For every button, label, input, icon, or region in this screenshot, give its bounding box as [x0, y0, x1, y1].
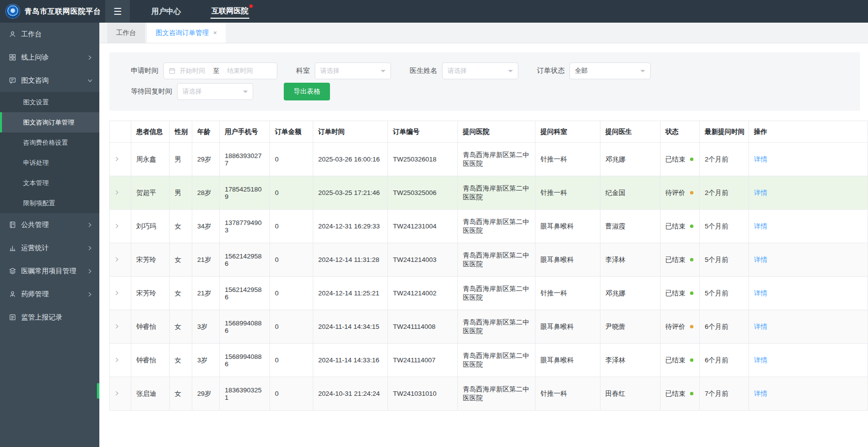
- detail-link[interactable]: 详情: [754, 289, 767, 297]
- order-status-value: 全部: [575, 66, 588, 75]
- sidebar-subitem-5[interactable]: 限制项配置: [0, 193, 99, 213]
- table-row: 钟睿怡女3岁1568994088602024-11-14 14:34:15TW2…: [110, 310, 868, 344]
- expand-cell: [110, 243, 131, 277]
- sidebar-item-4[interactable]: 运营统计: [0, 236, 99, 259]
- status-text: 已结束: [665, 356, 686, 364]
- detail-link[interactable]: 详情: [754, 189, 767, 196]
- expand-row-icon[interactable]: [115, 157, 120, 161]
- chevron-down-icon: [243, 91, 248, 96]
- column-header-2: 性别: [170, 121, 192, 143]
- chevron-right-icon: [88, 55, 92, 60]
- sidebar-item-1[interactable]: 线上问诊: [0, 46, 99, 69]
- cell-status: 待评价: [660, 176, 700, 210]
- status-dot-icon: [690, 325, 693, 328]
- cell-latest: 7个月前: [700, 377, 749, 411]
- table-row: 贺超平男28岁1785425180902025-03-25 17:21:46TW…: [110, 176, 868, 210]
- status-text: 已结束: [665, 289, 686, 297]
- sidebar-item-3[interactable]: 公共管理: [0, 213, 99, 236]
- sidebar-subitem-3[interactable]: 申诉处理: [0, 153, 99, 173]
- cell-doctor: 李泽林: [600, 243, 660, 277]
- expand-row-icon[interactable]: [115, 224, 120, 228]
- cell-order_no: TW241214002: [388, 277, 458, 310]
- layers-icon: [9, 267, 16, 275]
- export-button[interactable]: 导出表格: [284, 83, 330, 100]
- cell-order_time: 2024-12-14 11:25:21: [313, 277, 388, 310]
- expand-row-icon[interactable]: [115, 391, 120, 396]
- chevron-right-icon: [88, 223, 92, 227]
- column-header-11: 状态: [660, 121, 700, 143]
- detail-link[interactable]: 详情: [754, 223, 767, 230]
- cell-amount: 0: [270, 176, 313, 210]
- cell-hospital: 青岛西海岸新区第二中医医院: [458, 310, 536, 344]
- sidebar-subitem-0[interactable]: 图文设置: [0, 92, 99, 112]
- expand-row-icon[interactable]: [115, 190, 120, 195]
- sidebar-item-2[interactable]: 图文咨询: [0, 69, 99, 92]
- cell-action: 详情: [749, 277, 868, 310]
- wait-reply-select[interactable]: 请选择: [177, 83, 253, 100]
- expand-row-icon[interactable]: [115, 290, 120, 295]
- cell-order_no: TW241114008: [388, 310, 458, 344]
- expand-cell: [110, 310, 131, 344]
- cell-order_time: 2024-12-14 11:31:28: [313, 243, 388, 277]
- sidebar-subitem-4[interactable]: 文本管理: [0, 173, 99, 193]
- cell-latest: 5个月前: [700, 243, 749, 277]
- cell-action: 详情: [749, 377, 868, 411]
- expand-row-icon[interactable]: [115, 324, 120, 329]
- department-select[interactable]: 请选择: [315, 63, 391, 79]
- status-text: 已结束: [665, 156, 686, 163]
- cell-dept: 针推一科: [536, 143, 600, 176]
- order-status-select[interactable]: 全部: [569, 63, 651, 79]
- cell-age: 3岁: [192, 344, 220, 377]
- sidebar-item-5[interactable]: 医嘱常用项目管理: [0, 259, 99, 283]
- status-dot-icon: [690, 224, 693, 228]
- column-header-8: 提问医院: [458, 121, 536, 143]
- chevron-right-icon: [88, 292, 92, 297]
- apply-time-range-input[interactable]: 开始时间 至 结束时间: [163, 63, 277, 79]
- cell-order_time: 2025-03-25 17:21:46: [313, 176, 388, 210]
- cell-order_time: 2025-03-26 16:00:16: [313, 143, 388, 176]
- top-nav-item-1[interactable]: 互联网医院: [210, 0, 249, 23]
- table-row: 钟睿怡女3岁1568994088602024-11-14 14:33:16TW2…: [110, 344, 868, 377]
- cell-hospital: 青岛西海岸新区第二中医医院: [458, 243, 536, 277]
- expand-cell: [110, 176, 131, 210]
- top-nav-item-0[interactable]: 用户中心: [150, 0, 182, 23]
- cell-hospital: 青岛西海岸新区第二中医医院: [458, 344, 536, 377]
- detail-link[interactable]: 详情: [754, 256, 767, 263]
- column-header-5: 订单金额: [270, 121, 313, 143]
- sidebar-subitem-2[interactable]: 咨询费价格设置: [0, 132, 99, 153]
- detail-link[interactable]: 详情: [754, 356, 767, 364]
- doctor-name-select[interactable]: 请选择: [442, 63, 518, 79]
- detail-link[interactable]: 详情: [754, 390, 767, 397]
- cell-amount: 0: [270, 243, 313, 277]
- tab-0[interactable]: 工作台: [107, 23, 145, 43]
- cell-order_no: TW241031010: [388, 377, 458, 411]
- notification-dot-icon: [249, 4, 253, 8]
- top-nav-label: 用户中心: [150, 5, 182, 18]
- expand-row-icon[interactable]: [115, 257, 120, 262]
- cell-phone: 15689940886: [220, 310, 270, 344]
- cell-status: 已结束: [660, 143, 700, 176]
- sidebar-item-label: 医嘱常用项目管理: [21, 267, 76, 276]
- sidebar-item-7[interactable]: 监管上报记录: [0, 306, 99, 329]
- sidebar-toggle-button[interactable]: ☰: [105, 0, 130, 23]
- detail-link[interactable]: 详情: [754, 156, 767, 163]
- body: 工作台线上问诊图文咨询图文设置图文咨询订单管理咨询费价格设置申诉处理文本管理限制…: [0, 23, 868, 447]
- cell-gender: 女: [170, 210, 192, 243]
- expand-row-icon[interactable]: [115, 357, 120, 362]
- cell-phone: 15621429586: [220, 243, 270, 277]
- cell-age: 21岁: [192, 277, 220, 310]
- sidebar-subitem-1[interactable]: 图文咨询订单管理: [0, 112, 99, 132]
- department-label: 科室: [296, 66, 310, 75]
- cell-status: 已结束: [660, 377, 700, 411]
- sidebar-scrollbar-thumb[interactable]: [97, 383, 99, 399]
- sidebar-item-6[interactable]: 药师管理: [0, 283, 99, 306]
- cell-order_no: TW241214003: [388, 243, 458, 277]
- close-icon[interactable]: ×: [213, 30, 217, 36]
- sidebar-item-0[interactable]: 工作台: [0, 23, 99, 46]
- tab-1[interactable]: 图文咨询订单管理×: [147, 23, 226, 43]
- table-row: 周永鑫男29岁1886393027702025-03-26 16:00:16TW…: [110, 143, 868, 176]
- detail-link[interactable]: 详情: [754, 323, 767, 330]
- brand: 青岛市互联网医院平台: [0, 0, 105, 23]
- cell-phone: 13787794903: [220, 210, 270, 243]
- cell-doctor: 李泽林: [600, 344, 660, 377]
